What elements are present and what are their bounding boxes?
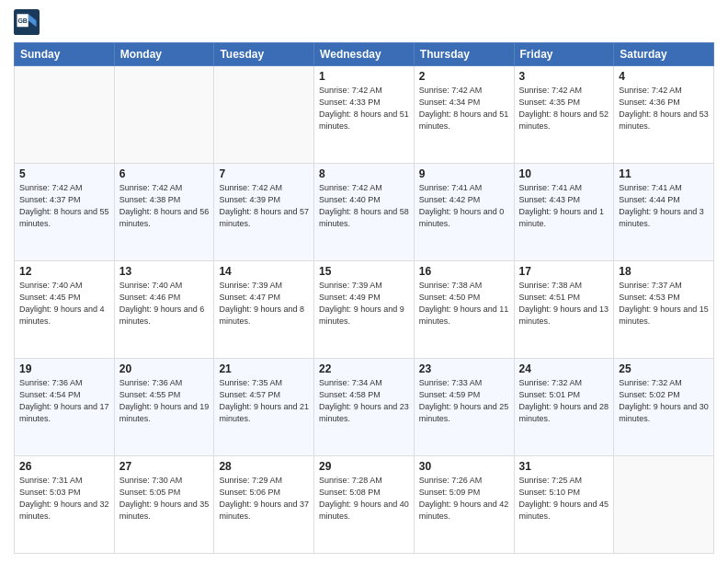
day-number: 15 (319, 265, 409, 278)
day-info: Sunrise: 7:37 AM Sunset: 4:53 PM Dayligh… (619, 280, 709, 327)
calendar-cell: 30Sunrise: 7:26 AM Sunset: 5:09 PM Dayli… (414, 456, 514, 554)
day-info: Sunrise: 7:40 AM Sunset: 4:46 PM Dayligh… (119, 280, 210, 327)
day-info: Sunrise: 7:26 AM Sunset: 5:09 PM Dayligh… (419, 475, 509, 523)
day-number: 10 (519, 167, 609, 180)
day-number: 9 (419, 167, 509, 180)
svg-text:GB: GB (17, 17, 28, 24)
calendar-cell: 19Sunrise: 7:36 AM Sunset: 4:54 PM Dayli… (15, 359, 115, 456)
day-info: Sunrise: 7:42 AM Sunset: 4:39 PM Dayligh… (219, 182, 309, 230)
calendar-cell: 29Sunrise: 7:28 AM Sunset: 5:08 PM Dayli… (314, 456, 415, 554)
calendar-cell: 18Sunrise: 7:37 AM Sunset: 4:53 PM Dayli… (614, 261, 714, 359)
day-info: Sunrise: 7:41 AM Sunset: 4:44 PM Dayligh… (619, 182, 709, 230)
day-info: Sunrise: 7:34 AM Sunset: 4:58 PM Dayligh… (319, 377, 409, 425)
day-info: Sunrise: 7:39 AM Sunset: 4:47 PM Dayligh… (219, 280, 309, 327)
calendar-header-row: SundayMondayTuesdayWednesdayThursdayFrid… (15, 43, 714, 66)
day-info: Sunrise: 7:36 AM Sunset: 4:55 PM Dayligh… (119, 377, 210, 425)
weekday-header: Sunday (15, 43, 115, 66)
calendar-cell: 31Sunrise: 7:25 AM Sunset: 5:10 PM Dayli… (514, 456, 614, 554)
weekday-header: Friday (514, 43, 614, 66)
day-info: Sunrise: 7:25 AM Sunset: 5:10 PM Dayligh… (519, 475, 609, 523)
day-number: 11 (619, 167, 709, 180)
day-info: Sunrise: 7:39 AM Sunset: 4:49 PM Dayligh… (319, 280, 409, 327)
day-info: Sunrise: 7:38 AM Sunset: 4:51 PM Dayligh… (519, 280, 609, 327)
logo: GB (14, 9, 43, 35)
header: GB (14, 9, 714, 35)
day-number: 27 (119, 460, 210, 473)
weekday-header: Tuesday (214, 43, 314, 66)
weekday-header: Monday (114, 43, 214, 66)
day-number: 31 (519, 460, 609, 473)
day-info: Sunrise: 7:30 AM Sunset: 5:05 PM Dayligh… (119, 475, 210, 523)
calendar-cell: 24Sunrise: 7:32 AM Sunset: 5:01 PM Dayli… (514, 359, 614, 456)
weekday-header: Wednesday (314, 43, 415, 66)
calendar-cell: 17Sunrise: 7:38 AM Sunset: 4:51 PM Dayli… (514, 261, 614, 359)
day-number: 20 (119, 362, 210, 375)
calendar-cell: 25Sunrise: 7:32 AM Sunset: 5:02 PM Dayli… (614, 359, 714, 456)
day-number: 30 (419, 460, 509, 473)
day-info: Sunrise: 7:32 AM Sunset: 5:02 PM Dayligh… (619, 377, 709, 425)
day-number: 7 (219, 167, 309, 180)
day-number: 5 (19, 167, 109, 180)
calendar-cell: 15Sunrise: 7:39 AM Sunset: 4:49 PM Dayli… (314, 261, 415, 359)
day-number: 17 (519, 265, 609, 278)
day-number: 25 (619, 362, 709, 375)
day-info: Sunrise: 7:42 AM Sunset: 4:36 PM Dayligh… (619, 85, 709, 132)
day-info: Sunrise: 7:42 AM Sunset: 4:38 PM Dayligh… (119, 182, 210, 230)
day-number: 16 (419, 265, 509, 278)
calendar-cell: 13Sunrise: 7:40 AM Sunset: 4:46 PM Dayli… (114, 261, 214, 359)
day-info: Sunrise: 7:41 AM Sunset: 4:42 PM Dayligh… (419, 182, 509, 230)
day-info: Sunrise: 7:33 AM Sunset: 4:59 PM Dayligh… (419, 377, 509, 425)
day-number: 18 (619, 265, 709, 278)
day-number: 22 (319, 362, 409, 375)
calendar-cell: 12Sunrise: 7:40 AM Sunset: 4:45 PM Dayli… (15, 261, 115, 359)
calendar-cell: 26Sunrise: 7:31 AM Sunset: 5:03 PM Dayli… (15, 456, 115, 554)
day-number: 19 (19, 362, 109, 375)
calendar-cell: 9Sunrise: 7:41 AM Sunset: 4:42 PM Daylig… (414, 164, 514, 261)
day-number: 6 (119, 167, 210, 180)
calendar-cell: 11Sunrise: 7:41 AM Sunset: 4:44 PM Dayli… (614, 164, 714, 261)
day-info: Sunrise: 7:32 AM Sunset: 5:01 PM Dayligh… (519, 377, 609, 425)
day-number: 4 (619, 70, 709, 83)
day-info: Sunrise: 7:38 AM Sunset: 4:50 PM Dayligh… (419, 280, 509, 327)
weekday-header: Saturday (614, 43, 714, 66)
day-number: 29 (319, 460, 409, 473)
day-number: 28 (219, 460, 309, 473)
calendar-week-row: 5Sunrise: 7:42 AM Sunset: 4:37 PM Daylig… (15, 164, 714, 261)
calendar-cell (614, 456, 714, 554)
calendar-cell: 7Sunrise: 7:42 AM Sunset: 4:39 PM Daylig… (214, 164, 314, 261)
calendar-week-row: 26Sunrise: 7:31 AM Sunset: 5:03 PM Dayli… (15, 456, 714, 554)
day-number: 26 (19, 460, 109, 473)
day-number: 13 (119, 265, 210, 278)
logo-icon: GB (14, 9, 40, 35)
day-info: Sunrise: 7:42 AM Sunset: 4:34 PM Dayligh… (419, 85, 509, 132)
calendar-cell: 27Sunrise: 7:30 AM Sunset: 5:05 PM Dayli… (114, 456, 214, 554)
calendar-cell: 10Sunrise: 7:41 AM Sunset: 4:43 PM Dayli… (514, 164, 614, 261)
calendar-table: SundayMondayTuesdayWednesdayThursdayFrid… (14, 42, 714, 554)
calendar-cell: 21Sunrise: 7:35 AM Sunset: 4:57 PM Dayli… (214, 359, 314, 456)
day-info: Sunrise: 7:41 AM Sunset: 4:43 PM Dayligh… (519, 182, 609, 230)
calendar-cell: 3Sunrise: 7:42 AM Sunset: 4:35 PM Daylig… (514, 66, 614, 164)
day-number: 8 (319, 167, 409, 180)
day-number: 21 (219, 362, 309, 375)
day-number: 1 (319, 70, 409, 83)
calendar-cell: 6Sunrise: 7:42 AM Sunset: 4:38 PM Daylig… (114, 164, 214, 261)
calendar-cell: 16Sunrise: 7:38 AM Sunset: 4:50 PM Dayli… (414, 261, 514, 359)
calendar-cell: 4Sunrise: 7:42 AM Sunset: 4:36 PM Daylig… (614, 66, 714, 164)
calendar-cell: 1Sunrise: 7:42 AM Sunset: 4:33 PM Daylig… (314, 66, 415, 164)
calendar-cell: 23Sunrise: 7:33 AM Sunset: 4:59 PM Dayli… (414, 359, 514, 456)
calendar-cell: 28Sunrise: 7:29 AM Sunset: 5:06 PM Dayli… (214, 456, 314, 554)
calendar-week-row: 19Sunrise: 7:36 AM Sunset: 4:54 PM Dayli… (15, 359, 714, 456)
day-info: Sunrise: 7:28 AM Sunset: 5:08 PM Dayligh… (319, 475, 409, 523)
day-info: Sunrise: 7:40 AM Sunset: 4:45 PM Dayligh… (19, 280, 109, 327)
day-info: Sunrise: 7:29 AM Sunset: 5:06 PM Dayligh… (219, 475, 309, 523)
calendar-week-row: 12Sunrise: 7:40 AM Sunset: 4:45 PM Dayli… (15, 261, 714, 359)
day-number: 23 (419, 362, 509, 375)
day-info: Sunrise: 7:42 AM Sunset: 4:40 PM Dayligh… (319, 182, 409, 230)
calendar-cell: 5Sunrise: 7:42 AM Sunset: 4:37 PM Daylig… (15, 164, 115, 261)
weekday-header: Thursday (414, 43, 514, 66)
day-info: Sunrise: 7:35 AM Sunset: 4:57 PM Dayligh… (219, 377, 309, 425)
calendar-week-row: 1Sunrise: 7:42 AM Sunset: 4:33 PM Daylig… (15, 66, 714, 164)
day-number: 3 (519, 70, 609, 83)
day-info: Sunrise: 7:42 AM Sunset: 4:33 PM Dayligh… (319, 85, 409, 132)
day-number: 2 (419, 70, 509, 83)
